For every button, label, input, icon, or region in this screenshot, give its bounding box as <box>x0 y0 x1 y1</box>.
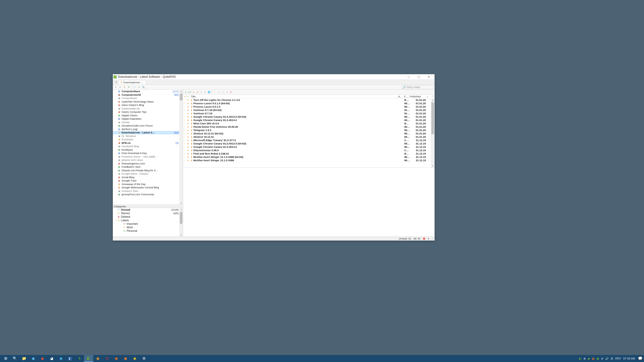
category-item[interactable]: 🏷Work <box>113 226 183 229</box>
add-dropdown-icon[interactable]: ▾ <box>118 85 122 89</box>
start-button[interactable]: ⊞ <box>1 355 10 362</box>
read-cell[interactable]: ● <box>186 159 190 162</box>
read-cell[interactable]: ● <box>186 136 190 138</box>
category-item[interactable]: 🏷Personal <box>113 229 183 233</box>
news-row[interactable]: ○●⬇Turn Off the Lights for Chrome 4.1.3.… <box>183 98 434 102</box>
star-cell[interactable]: ○ <box>183 116 186 118</box>
search-input[interactable]: 🔎 Find in News <box>402 85 434 89</box>
news-row[interactable]: ○●⬇Google Chrome Canary 81.0.4014.0 (64-… <box>183 115 434 118</box>
feed-item[interactable]: ▣Dimido <box>113 121 183 124</box>
feed-item[interactable]: ◧Google Tutor <box>113 179 183 183</box>
category-item[interactable]: 🏷Important <box>113 222 183 226</box>
quiterss-taskbar-button[interactable]: ◧ <box>84 355 93 362</box>
feed-item[interactable]: ▣Facebook Blog <box>113 145 183 148</box>
feed-item[interactable]: ▣Gordon's Tech <box>113 189 183 193</box>
feed-tab[interactable]: ⬇ Downloadcrew -… <box>118 80 146 84</box>
status-stop-icon[interactable]: ⛔ <box>423 238 425 240</box>
news-row[interactable]: ○●⬇Wise Care 365 v5.4.6B…01.01.20 <box>183 122 434 125</box>
read-cell[interactable]: ● <box>186 152 190 155</box>
tray-lang[interactable]: DEU <box>615 357 621 360</box>
feed-item[interactable]: ◧dotTech [.org] <box>113 128 183 131</box>
star-cell[interactable]: ○ <box>183 113 186 114</box>
star-cell[interactable]: ○ <box>183 103 186 104</box>
read-cell[interactable]: ● <box>186 126 190 128</box>
feed-item[interactable]: ◧Friedbeef's Tech <box>113 165 183 169</box>
star-cell[interactable]: ○ <box>183 149 186 151</box>
tray-network-icon[interactable]: 🖧 <box>611 357 613 360</box>
feed-item[interactable]: ◧Gmail Blog <box>113 176 183 179</box>
system-tray[interactable]: ◧ ⊗ ◉ ▣ ▣ ⊘ 🔊 🖧 DEU <box>579 357 621 360</box>
brave-button[interactable]: ◆ <box>38 355 47 362</box>
news-row[interactable]: ○●⬇Shotcut 19.12.31Mi…01.01.20 <box>183 135 434 139</box>
feed-item[interactable]: ◧Digital Citizen <box>113 114 183 117</box>
feed-item[interactable]: ▣Deskmodder.de <box>113 107 183 110</box>
titlebar[interactable]: ⦾ Downloadcrew - Latest Software - Quite… <box>113 74 434 80</box>
feed-item[interactable]: ◧CyberNet Technology News <box>113 100 183 104</box>
taskbar[interactable]: ⊞ 🔍 📁 ◉ ◆ ◕ ◉ ◧ ↯ ◧ ◉ O ◉ ◉ ◉ ⚙ ◧ ⊗ ◉ ▣ … <box>0 355 644 362</box>
feed-item[interactable]: ◧Google Webmaster Central Blog <box>113 186 183 189</box>
feed-item[interactable]: ◧Free Download A Day <box>113 151 183 155</box>
star-cell[interactable]: ○ <box>183 99 186 101</box>
col-title[interactable]: Title <box>190 95 397 98</box>
category-item[interactable]: 🗑Deleted <box>113 215 183 219</box>
feed-item[interactable]: ◧groovyPost.com Community <box>113 193 183 196</box>
star-cell[interactable]: ○ <box>183 119 186 121</box>
news-row[interactable]: ○●⬇Google Chrome Canary 81.0.4013.0 (64-… <box>183 142 434 145</box>
sidebar-scrollbar[interactable]: ▴ ▾ <box>179 90 183 205</box>
col-published[interactable]: Published <box>409 95 425 98</box>
feed-item[interactable]: ◧Dario Volaric's Blog <box>113 103 183 107</box>
tray-icon[interactable]: ⊗ <box>584 357 586 360</box>
news-list[interactable]: ○●⬇Turn Off the Lights for Chrome 4.1.3.… <box>183 98 434 167</box>
read-cell[interactable]: ● <box>186 106 190 108</box>
feed-list[interactable]: ◧ComputerBase(171)◧Computerworld(85)▣Com… <box>113 90 183 205</box>
news-row[interactable]: ○●⬇Panda Dome Free Antivirus 20.00.00Mi…… <box>183 125 434 129</box>
read-cell[interactable]: ● <box>186 132 190 135</box>
opera-button[interactable]: O <box>102 355 112 362</box>
star-cell[interactable]: ○ <box>183 123 186 124</box>
scroll-up-icon[interactable]: ▴ <box>179 90 183 93</box>
read-cell[interactable]: ● <box>186 142 190 145</box>
category-item[interactable]: ⌄🏷Labels <box>113 219 183 222</box>
tray-icon[interactable]: ▣ <box>592 357 594 360</box>
notifications-button[interactable]: 💬 <box>637 355 643 362</box>
taskbar-clock[interactable]: 07:43 AM <box>623 357 635 360</box>
feed-item[interactable]: ▣gHacks tech news <box>113 158 183 162</box>
edge-button[interactable]: ◉ <box>56 355 66 362</box>
star-cell[interactable]: ○ <box>183 129 186 131</box>
filter-button[interactable]: ▿ <box>133 85 136 89</box>
star-cell[interactable]: ○ <box>183 133 186 134</box>
news-row[interactable]: ○●⬇McAfee Avert Stinger 12.1.0.3388 (64-… <box>183 155 434 159</box>
read-cell[interactable]: ● <box>186 116 190 118</box>
read-cell[interactable]: ● <box>186 122 190 125</box>
star-cell[interactable]: ○ <box>183 106 186 108</box>
tray-icon[interactable]: ⊘ <box>601 357 603 360</box>
col-read[interactable]: ✔ <box>186 95 190 98</box>
delete-button[interactable]: ✕ <box>229 90 232 94</box>
app-button-3[interactable]: ◉ <box>93 355 102 362</box>
scroll-thumb[interactable] <box>180 212 182 224</box>
feed-item[interactable]: ▣Dr. Windows <box>113 134 183 138</box>
mark-read-button[interactable]: ✔ <box>127 85 131 89</box>
news-row[interactable]: ○●⬇McAfee Avert Stinger 12.1.0.3388Mi…31… <box>183 159 434 162</box>
star-cell[interactable]: ○ <box>183 136 186 138</box>
search-taskbar-button[interactable]: 🔍 <box>10 355 20 362</box>
news-list-header[interactable]: ★ ✔ Title A… C… Published ⤢ ^ <box>183 95 434 98</box>
star-cell[interactable]: ○ <box>183 160 186 161</box>
next-button[interactable]: ↓ <box>216 90 220 94</box>
mark-all-read-button[interactable]: ✔✔ <box>188 90 191 94</box>
star-button[interactable]: ★ <box>196 90 199 94</box>
star-cell[interactable]: ○ <box>183 156 186 158</box>
caret-icon[interactable]: ⌄ <box>115 219 117 221</box>
star-cell[interactable]: ○ <box>183 126 186 128</box>
filter-dropdown-icon[interactable]: ▾ <box>226 90 229 94</box>
firefox2-button[interactable]: ◉ <box>121 355 130 362</box>
star-cell[interactable]: ○ <box>183 153 186 155</box>
app-button-4[interactable]: ◉ <box>112 355 121 362</box>
firefox-button[interactable]: ◉ <box>29 355 38 362</box>
feed-item[interactable]: ⬇Downloadcrew - Latest S…(32) <box>113 131 183 134</box>
mark-read-button[interactable]: ✔ <box>184 90 188 94</box>
read-cell[interactable]: ● <box>186 139 190 141</box>
feed-item[interactable]: ◧Computerworld(85) <box>113 93 183 97</box>
tray-icon[interactable]: ◉ <box>588 357 590 360</box>
prev-button[interactable]: ↑ <box>212 90 216 94</box>
